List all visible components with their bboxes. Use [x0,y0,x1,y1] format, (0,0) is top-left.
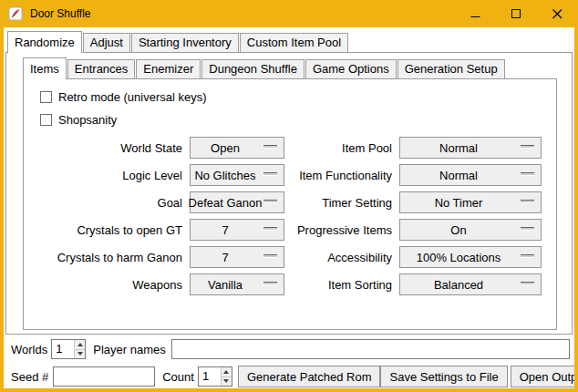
crystals-open-gt-dropdown[interactable]: 7 [190,219,284,241]
open-output-directory-button[interactable]: Open Output Directory [511,366,574,387]
options-form: World State Open Item Pool Normal Logic … [33,137,542,295]
dropdown-indicator-icon [263,172,277,176]
dropdown-indicator-icon [263,227,277,231]
bottom-bar: Worlds 1 Player names Seed # Count 1 [11,339,570,387]
tab-generation-setup[interactable]: Generation Setup [397,59,505,78]
count-label: Count [162,370,194,384]
logic-level-value: No Glitches [194,169,255,182]
seed-label: Seed # [11,370,48,384]
save-settings-button[interactable]: Save Settings to File [380,366,507,387]
world-state-value: Open [211,141,240,155]
world-state-label: World State [33,141,182,155]
titlebar: Door Shuffle [0,0,578,27]
checkbox-box [40,91,52,103]
door-shuffle-window: Door Shuffle Randomize Adjust Starting I… [0,0,578,392]
seed-input[interactable] [53,366,155,387]
progressive-items-dropdown[interactable]: On [399,219,542,241]
minimize-button[interactable] [455,0,496,27]
weapons-value: Vanilla [208,278,243,292]
crystals-open-gt-value: 7 [222,223,228,237]
retro-mode-label: Retro mode (universal keys) [58,90,207,104]
spin-down-button[interactable] [75,350,85,359]
spin-down-button[interactable] [222,377,232,387]
item-functionality-label: Item Functionality [292,169,392,182]
player-names-input[interactable] [171,339,570,359]
tab-entrances[interactable]: Entrances [67,59,136,78]
window-controls [455,0,578,27]
app-icon[interactable] [8,6,23,21]
worlds-spinner[interactable]: 1 [51,339,86,359]
dropdown-indicator-icon [263,254,277,258]
item-sorting-dropdown[interactable]: Balanced [399,273,542,295]
dropdown-indicator-icon [521,227,534,231]
item-sorting-label: Item Sorting [292,278,392,292]
retro-mode-checkbox[interactable]: Retro mode (universal keys) [40,87,542,107]
count-spinner[interactable]: 1 [198,366,232,387]
item-functionality-value: Normal [439,169,478,182]
dropdown-indicator-icon [521,172,534,176]
tab-starting-inventory[interactable]: Starting Inventory [131,33,239,52]
maximize-button[interactable] [496,0,537,27]
randomize-panel: Items Entrances Enemizer Dungeon Shuffle… [5,52,573,335]
spin-up-icon [223,370,229,374]
logic-level-dropdown[interactable]: No Glitches [190,164,284,186]
inner-tab-bar: Items Entrances Enemizer Dungeon Shuffle… [23,57,572,78]
item-pool-value: Normal [439,141,478,155]
weapons-dropdown[interactable]: Vanilla [190,273,284,295]
crystals-open-gt-label: Crystals to open GT [33,223,182,237]
timer-setting-value: No Timer [435,196,483,210]
goal-dropdown[interactable]: Defeat Ganon [190,191,284,213]
dropdown-indicator-icon [263,145,277,149]
timer-setting-label: Timer Setting [292,196,392,210]
tab-game-options[interactable]: Game Options [305,59,397,78]
count-value: 1 [199,367,221,386]
worlds-label: Worlds [11,343,47,356]
timer-setting-dropdown[interactable]: No Timer [399,191,542,213]
crystals-harm-ganon-label: Crystals to harm Ganon [33,251,182,264]
logic-level-label: Logic Level [33,169,182,182]
item-pool-label: Item Pool [292,141,392,155]
worlds-value: 1 [52,340,74,358]
tab-randomize[interactable]: Randomize [7,31,82,53]
weapons-label: Weapons [33,278,182,292]
tab-adjust[interactable]: Adjust [83,33,130,52]
tab-items[interactable]: Items [23,57,67,79]
checkbox-box [40,114,52,126]
outer-tab-bar: Randomize Adjust Starting Inventory Cust… [7,31,574,52]
accessibility-label: Accessibility [292,251,392,264]
window-body: Randomize Adjust Starting Inventory Cust… [4,27,574,388]
progressive-items-value: On [450,223,466,237]
checkbox-area: Retro mode (universal keys) Shopsanity [40,87,542,129]
accessibility-dropdown[interactable]: 100% Locations [399,246,542,268]
tab-enemizer[interactable]: Enemizer [136,59,201,78]
dropdown-indicator-icon [521,254,534,258]
player-names-label: Player names [93,343,165,356]
maximize-icon [511,9,521,19]
items-panel: Retro mode (universal keys) Shopsanity W… [23,78,557,330]
tab-dungeon-shuffle[interactable]: Dungeon Shuffle [201,59,304,78]
window-title: Door Shuffle [30,7,91,20]
generate-patched-rom-button[interactable]: Generate Patched Rom [238,366,381,387]
spin-up-button[interactable] [75,340,85,350]
dropdown-indicator-icon [521,282,534,285]
dropdown-indicator-icon [263,282,277,285]
item-functionality-dropdown[interactable]: Normal [399,164,542,186]
dropdown-indicator-icon [521,200,534,203]
minimize-icon [470,9,480,19]
world-state-dropdown[interactable]: Open [190,137,284,159]
item-sorting-value: Balanced [434,278,483,292]
crystals-harm-ganon-dropdown[interactable]: 7 [190,246,284,268]
shopsanity-checkbox[interactable]: Shopsanity [40,109,542,129]
accessibility-value: 100% Locations [417,251,501,264]
item-pool-dropdown[interactable]: Normal [399,137,542,159]
spin-up-icon [77,343,83,346]
dropdown-indicator-icon [263,200,277,203]
tab-custom-item-pool[interactable]: Custom Item Pool [240,33,348,52]
close-icon [552,9,563,19]
close-button[interactable] [537,0,578,27]
spin-up-button[interactable] [222,367,232,377]
spin-down-icon [77,352,83,356]
worlds-row: Worlds 1 Player names [11,339,570,359]
goal-label: Goal [33,196,182,210]
shopsanity-label: Shopsanity [58,113,117,127]
